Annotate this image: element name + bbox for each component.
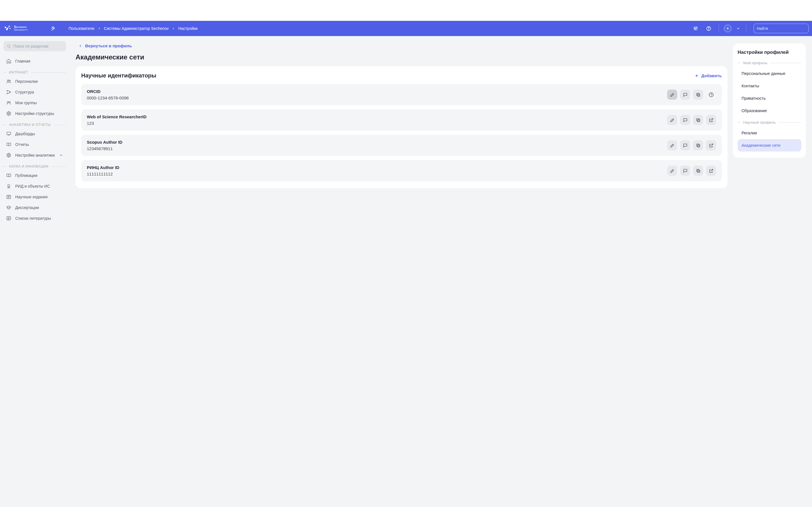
right-group-scientific-profile: Научный профиль (738, 120, 801, 124)
right-nav-item[interactable]: Образование (738, 105, 801, 117)
open-external-button[interactable] (706, 140, 716, 151)
svg-line-19 (10, 47, 10, 48)
global-search[interactable] (754, 24, 809, 33)
open-external-button[interactable] (706, 115, 716, 125)
comment-button[interactable] (680, 115, 690, 125)
svg-point-27 (8, 113, 10, 114)
account-menu-toggle[interactable] (735, 23, 742, 34)
right-nav-item[interactable]: Контакты (738, 80, 801, 92)
copy-button[interactable] (693, 140, 703, 151)
settings-sliders-button[interactable] (690, 23, 701, 34)
identifier-value: 123 (87, 121, 664, 126)
edit-button[interactable] (667, 90, 677, 100)
sidebar-item-publications[interactable]: Публикации (3, 170, 66, 181)
sidebar-search[interactable] (3, 41, 66, 51)
sidebar: Главная ИНТРАНЕТ Персоналии Структура Мо… (0, 36, 69, 507)
sidebar-item-bibliography[interactable]: Списки литературы (3, 213, 66, 224)
svg-point-23 (7, 93, 8, 94)
edit-button[interactable] (667, 140, 677, 151)
right-nav-item[interactable]: Академические сети (738, 139, 801, 152)
svg-rect-28 (7, 132, 11, 135)
card-header: Научные идентификаторы Добавить (81, 72, 722, 79)
identifier-value: 12345678911 (87, 146, 664, 151)
structure-icon (6, 90, 11, 95)
back-to-profile-link[interactable]: Вернуться в профиль (75, 43, 132, 48)
add-button-label: Добавить (701, 73, 722, 78)
avatar[interactable] (723, 24, 732, 33)
global-search-input[interactable] (757, 26, 806, 31)
copy-icon (696, 168, 701, 173)
identifier-name: РИНЦ Author ID (87, 165, 664, 170)
comment-icon (683, 143, 688, 148)
pin-sidebar-button[interactable] (48, 23, 58, 34)
brand-text: Sechenov University (14, 25, 28, 32)
add-identifier-button[interactable]: Добавить (695, 73, 722, 78)
sidebar-item-structure[interactable]: Структура (3, 87, 66, 98)
svg-point-10 (708, 29, 709, 30)
sidebar-item-label: Структура (15, 90, 34, 94)
copy-button[interactable] (693, 90, 703, 100)
right-nav-item[interactable]: Приватность (738, 92, 801, 105)
home-icon (6, 59, 11, 64)
svg-point-26 (9, 102, 10, 103)
history-button[interactable] (706, 90, 716, 100)
svg-point-0 (5, 26, 6, 28)
sidebar-item-label: Дашборды (15, 131, 35, 136)
pin-icon (50, 26, 55, 31)
breadcrumb-item-1[interactable]: Системы Администратор Sechenov (104, 26, 169, 31)
sidebar-item-analytics-settings[interactable]: Настройки аналитики (3, 150, 66, 161)
comment-icon (683, 118, 688, 122)
sidebar-item-label: Отчеты (15, 142, 29, 147)
sidebar-item-label: РИД и объекты ИС (15, 184, 50, 188)
sidebar-item-personalii[interactable]: Персоналии (3, 76, 66, 87)
sidebar-item-label: Мои группы (15, 101, 37, 105)
comment-button[interactable] (680, 140, 690, 151)
sidebar-item-rid[interactable]: РИД и объекты ИС (3, 181, 66, 191)
right-group-label: Научный профиль (743, 120, 776, 124)
brand[interactable]: Sechenov University (3, 24, 31, 33)
right-nav-item[interactable]: Регалии (738, 127, 801, 139)
svg-point-1 (8, 25, 10, 27)
svg-point-6 (694, 27, 695, 28)
back-link-label: Вернуться в профиль (85, 43, 132, 48)
help-button[interactable] (703, 23, 714, 34)
sidebar-item-label: Настройки аналитики (15, 153, 55, 158)
copy-icon (696, 93, 701, 97)
svg-rect-36 (696, 93, 699, 96)
sidebar-item-home[interactable]: Главная (3, 56, 66, 66)
sidebar-group-label: ИНТРАНЕТ (9, 70, 28, 74)
sidebar-item-structure-settings[interactable]: Настройки структуры (3, 108, 66, 119)
sidebar-item-dashboards[interactable]: Дашборды (3, 128, 66, 139)
chevron-left-icon (79, 44, 82, 48)
svg-rect-39 (696, 118, 699, 121)
sidebar-item-reports[interactable]: Отчеты (3, 139, 66, 150)
sidebar-item-dissertations[interactable]: Диссертации (3, 202, 66, 213)
sidebar-item-mygroups[interactable]: Мои группы (3, 98, 66, 108)
users-icon (6, 79, 11, 84)
edit-button[interactable] (667, 166, 677, 176)
svg-point-22 (7, 91, 8, 91)
sidebar-search-input[interactable] (13, 44, 63, 48)
right-nav-item[interactable]: Персональные данные (738, 67, 801, 80)
svg-point-20 (7, 80, 9, 81)
breadcrumb-item-0[interactable]: Пользователи (68, 26, 94, 31)
sidebar-group-label: НАУКА И ИННОВАЦИИ (9, 165, 49, 168)
sidebar-item-scientific-editions[interactable]: Научные издания (3, 191, 66, 202)
copy-button[interactable] (693, 115, 703, 125)
list-icon (6, 216, 11, 221)
open-external-button[interactable] (706, 166, 716, 176)
graduation-cap-icon (6, 205, 11, 210)
comment-button[interactable] (680, 90, 690, 100)
comment-button[interactable] (680, 166, 690, 176)
edit-button[interactable] (667, 115, 677, 125)
sidebar-item-label: Списки литературы (15, 216, 51, 221)
svg-rect-42 (697, 170, 700, 172)
copy-button[interactable] (693, 166, 703, 176)
svg-point-7 (695, 29, 696, 30)
gear-icon (6, 111, 11, 116)
breadcrumb-item-2[interactable]: Настройки (178, 26, 198, 31)
clock-icon (709, 92, 714, 98)
topbar: Sechenov University Пользователи Системы… (0, 21, 812, 36)
book-icon (6, 173, 11, 178)
right-group-label: Мой профиль (743, 61, 767, 65)
